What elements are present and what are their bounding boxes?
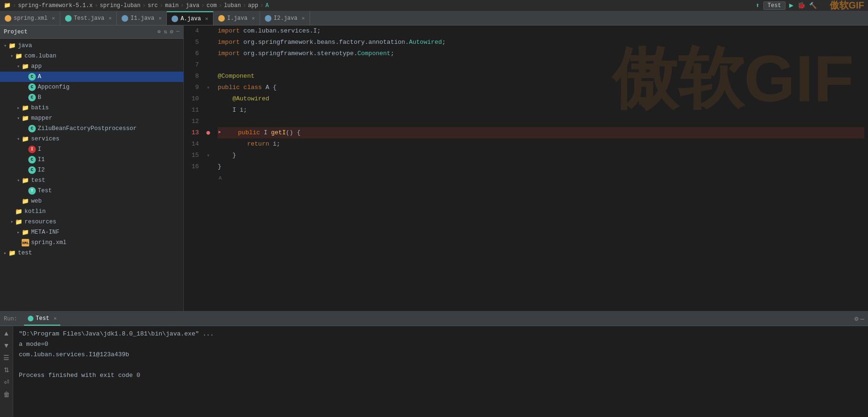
- tree-app-folder[interactable]: ▾ 📁 app: [0, 61, 183, 72]
- breadcrumb-module[interactable]: spring-luban: [100, 2, 140, 9]
- run-config-selector[interactable]: Test: [763, 1, 786, 10]
- sidebar-header: Project ⊕ ⇅ ⚙ —: [0, 25, 183, 39]
- breadcrumb-project[interactable]: spring-framework-5.1.x: [18, 2, 92, 9]
- code-line-15: }: [218, 150, 864, 161]
- tree-services-folder[interactable]: ▾ 📁 services: [0, 134, 183, 144]
- run-minimize-icon[interactable]: —: [860, 315, 864, 323]
- tree-test-root-folder[interactable]: ▸ 📁 test: [0, 248, 183, 258]
- tree-comluban-folder[interactable]: ▾ 📁 com.luban: [0, 51, 183, 61]
- breadcrumb-item[interactable]: 📁: [4, 2, 11, 9]
- java-orange-icon: [218, 15, 225, 22]
- tree-class-i1[interactable]: ▾ C I1: [0, 155, 183, 165]
- sidebar-collapse-icon[interactable]: —: [176, 28, 180, 35]
- tree-batis-folder[interactable]: ▸ 📁 batis: [0, 103, 183, 113]
- sidebar-add-icon[interactable]: ⊕: [157, 28, 161, 35]
- close-tab-spring-xml[interactable]: ✕: [52, 15, 55, 21]
- tree-web-folder[interactable]: ▾ 📁 web: [0, 196, 183, 206]
- tab-bar: spring.xml ✕ Test.java ✕ I1.java ✕ A.jav…: [0, 11, 868, 25]
- debug-button[interactable]: 🐞: [797, 1, 805, 9]
- class-icon-test: T: [28, 187, 36, 195]
- tab-i-java[interactable]: I.java ✕: [213, 11, 260, 25]
- tree-interface-i[interactable]: ▾ I I: [0, 144, 183, 155]
- tree-class-a[interactable]: ▾ C A: [0, 72, 183, 82]
- run-sort-btn[interactable]: ⇅: [1, 365, 12, 375]
- file-tree: ▾ 📁 java ▾ 📁 com.luban ▾ 📁 app ▾ C A: [0, 39, 183, 311]
- run-content-area: ▲ ▼ ☰ ⇅ ⏎ 🗑 "D:\Program Files\Java\jdk1.…: [0, 326, 868, 417]
- breadcrumb-bar: 📁 › spring-framework-5.1.x › spring-luba…: [0, 0, 868, 11]
- close-tab-a[interactable]: ✕: [205, 16, 208, 22]
- tree-test-class[interactable]: ▾ T Test: [0, 186, 183, 196]
- tree-zilu-class[interactable]: ▾ C ZiluBeanFactoryPostprocessor: [0, 123, 183, 134]
- tree-test-folder[interactable]: ▾ 📁 test: [0, 175, 183, 186]
- folder-icon-kotlin: 📁: [15, 208, 23, 215]
- folder-icon: 📁: [22, 135, 29, 143]
- code-line-11: I i;: [218, 105, 864, 116]
- tree-mapper-folder[interactable]: ▾ 📁 mapper: [0, 113, 183, 123]
- sidebar-filter-icon[interactable]: ⇅: [164, 28, 167, 35]
- code-line-16: }: [218, 161, 864, 172]
- tab-test-java[interactable]: Test.java ✕: [60, 11, 117, 25]
- tab-a-java[interactable]: A.java ✕: [167, 11, 213, 25]
- run-output: "D:\Program Files\Java\jdk1.8.0_181\bin\…: [13, 326, 868, 417]
- sidebar-settings-icon[interactable]: ⚙: [170, 28, 173, 35]
- xml-file-icon: XML: [22, 239, 29, 246]
- editor-area[interactable]: 傲软GIF 4 5 6 7 8 9 10 11 12 13 14 15 16: [184, 25, 868, 311]
- tree-class-b[interactable]: ▾ C B: [0, 92, 183, 103]
- class-icon-a: C: [28, 73, 36, 81]
- output-line-path: "D:\Program Files\Java\jdk1.8.0_181\bin\…: [19, 329, 862, 339]
- close-run-tab[interactable]: ✕: [54, 315, 57, 321]
- run-button[interactable]: ▶: [789, 1, 794, 10]
- run-settings-icon[interactable]: ⚙: [854, 315, 858, 323]
- output-line-mode: a mode=0: [19, 339, 862, 350]
- close-tab-test[interactable]: ✕: [108, 15, 112, 21]
- tree-resources-folder[interactable]: ▾ 📁 resources: [0, 217, 183, 227]
- tab-i2-java[interactable]: I2.java ✕: [260, 11, 310, 25]
- tab-spring-xml[interactable]: spring.xml ✕: [0, 11, 60, 25]
- tree-class-i2[interactable]: ▾ C I2: [0, 165, 183, 175]
- close-tab-i1[interactable]: ✕: [159, 15, 162, 21]
- tree-spring-xml[interactable]: ▾ XML spring.xml: [0, 237, 183, 248]
- breakpoint-icon[interactable]: ●: [206, 129, 211, 137]
- tree-kotlin-folder[interactable]: ▾ 📁 kotlin: [0, 206, 183, 217]
- code-line-13: ➤ public I getI() {: [218, 127, 864, 139]
- watermark-logo: 傲软GIF: [830, 0, 864, 12]
- nav-back-icon[interactable]: ⬆: [755, 1, 759, 9]
- run-wrap-btn[interactable]: ⏎: [1, 377, 12, 387]
- folder-icon: 📁: [15, 52, 23, 60]
- run-scroll-down-btn[interactable]: ▼: [1, 340, 12, 351]
- fold-icon-15[interactable]: ▿: [207, 153, 210, 158]
- java-blue-icon-i2: [265, 15, 271, 22]
- java-green-icon: [65, 15, 72, 22]
- run-scroll-up-btn[interactable]: ▲: [1, 328, 12, 338]
- code-line-9: public class A {: [218, 82, 864, 93]
- close-tab-i2[interactable]: ✕: [302, 15, 305, 21]
- run-status-icon: [28, 316, 33, 321]
- folder-icon-meta: 📁: [22, 229, 29, 236]
- run-panel-header: Run: Test ✕ ⚙ —: [0, 312, 868, 326]
- tree-java-folder[interactable]: ▾ 📁 java: [0, 41, 183, 51]
- code-line-12: [218, 116, 864, 127]
- code-editor[interactable]: import com.luban.services.I; import org.…: [214, 25, 868, 311]
- folder-icon: 📁: [22, 104, 29, 112]
- gutter: ▿ ● ▿: [203, 25, 214, 311]
- close-tab-i[interactable]: ✕: [252, 15, 255, 21]
- run-tab-test[interactable]: Test ✕: [24, 312, 60, 326]
- run-filter-btn[interactable]: ☰: [1, 352, 12, 363]
- code-line-10: @Autowired: [218, 93, 864, 105]
- tab-i1-java[interactable]: I1.java ✕: [117, 11, 167, 25]
- tree-class-appconfig[interactable]: ▾ C Appconfig: [0, 82, 183, 92]
- folder-icon: 📁: [22, 177, 29, 184]
- output-line-result: com.luban.services.I1@123a439b: [19, 350, 862, 360]
- output-line-finish: Process finished with exit code 0: [19, 370, 862, 381]
- java-blue-icon-a: [172, 16, 178, 22]
- line-numbers: 4 5 6 7 8 9 10 11 12 13 14 15 16: [184, 25, 203, 311]
- fold-icon-9[interactable]: ▿: [207, 85, 210, 90]
- folder-icon-resources: 📁: [15, 218, 23, 226]
- editor-filename-label: A: [218, 172, 864, 182]
- code-line-14: return i;: [218, 139, 864, 150]
- tree-metainf-folder[interactable]: ▸ 📁 META-INF: [0, 227, 183, 237]
- code-line-7: [218, 59, 864, 71]
- build-button[interactable]: 🔨: [809, 2, 817, 9]
- run-clear-btn[interactable]: 🗑: [1, 389, 12, 400]
- folder-icon: 📁: [22, 114, 29, 122]
